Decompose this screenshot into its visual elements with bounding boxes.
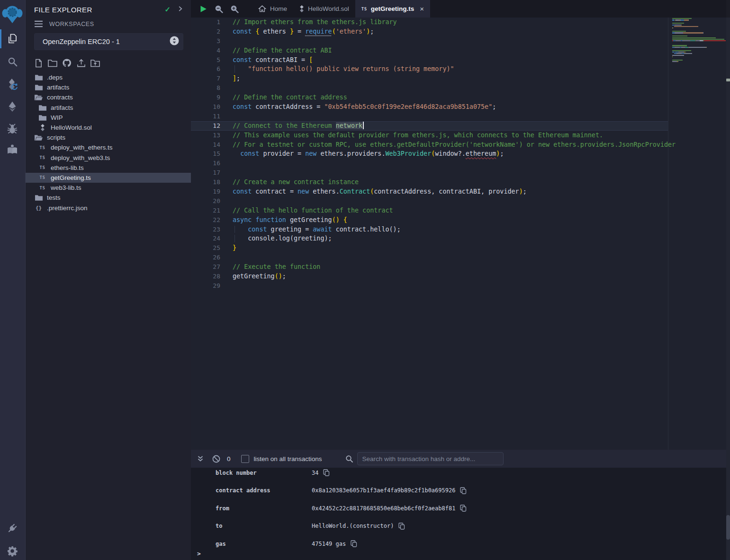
line-number: 25 bbox=[191, 243, 220, 253]
tab-label: HelloWorld.sol bbox=[308, 5, 349, 12]
run-script-button[interactable] bbox=[197, 3, 209, 15]
file-tree-item[interactable]: HelloWorld.sol bbox=[26, 123, 191, 133]
chevrons-down-icon[interactable] bbox=[195, 453, 206, 464]
activity-plugin-manager[interactable] bbox=[0, 519, 25, 538]
line-number: 1 bbox=[191, 18, 220, 27]
code-line: getGreeting(); bbox=[233, 272, 726, 281]
log-key: contract address bbox=[216, 487, 312, 494]
activity-solidity-compiler[interactable] bbox=[0, 75, 25, 94]
file-tree: .depsartifactscontractsartifactsWIPHello… bbox=[26, 72, 191, 213]
folder-open-icon bbox=[34, 134, 43, 141]
upload-folder-icon[interactable] bbox=[90, 58, 100, 68]
activity-deploy-and-run[interactable] bbox=[0, 97, 25, 116]
file-tree-item[interactable]: contracts bbox=[26, 92, 191, 102]
copy-icon[interactable] bbox=[323, 469, 330, 476]
line-number: 17 bbox=[191, 168, 220, 178]
terminal-search-input[interactable] bbox=[357, 452, 504, 465]
log-key: to bbox=[216, 523, 312, 529]
folder-closed-icon bbox=[34, 74, 43, 80]
file-tree-item-label: artifacts bbox=[47, 84, 69, 91]
code-line: // Execute the function bbox=[233, 262, 726, 272]
typescript-file-icon: TS bbox=[38, 165, 47, 170]
code-line bbox=[233, 36, 726, 46]
plugin-manager-icon bbox=[7, 523, 18, 534]
file-tree-item-label: WIP bbox=[51, 114, 63, 121]
code-line: const contractAddress = "0xb54febb5c0c0f… bbox=[233, 102, 726, 112]
activity-search[interactable] bbox=[0, 52, 25, 71]
file-tree-item[interactable]: tests bbox=[26, 193, 191, 203]
create-new-folder-icon[interactable] bbox=[48, 58, 57, 68]
workspaces-label: WORKSPACES bbox=[49, 21, 94, 27]
file-tree-item[interactable]: TSethers-lib.ts bbox=[26, 163, 191, 173]
folder-closed-icon bbox=[34, 195, 43, 201]
file-tree-item[interactable]: artifacts bbox=[26, 82, 191, 92]
file-explorer-icon bbox=[7, 33, 18, 44]
ban-icon[interactable] bbox=[211, 453, 221, 464]
folder-closed-icon bbox=[34, 84, 43, 90]
code-editor[interactable]: 1234567891011121314151617181920212223242… bbox=[191, 18, 726, 450]
file-tree-item[interactable]: .deps bbox=[26, 72, 191, 82]
line-number: 4 bbox=[191, 46, 220, 55]
minimap-line bbox=[672, 21, 726, 22]
check-icon[interactable]: ✓ bbox=[164, 5, 171, 14]
window-scrollbar[interactable] bbox=[726, 0, 730, 560]
code-line: // For a testnet or custom RPC, use ethe… bbox=[233, 140, 726, 150]
listen-transactions-checkbox[interactable] bbox=[241, 455, 249, 463]
workspace-select[interactable]: OpenZeppelin ERC20 - 1 bbox=[34, 33, 183, 50]
copy-icon[interactable] bbox=[460, 487, 467, 494]
file-tree-item[interactable]: scripts bbox=[26, 133, 191, 142]
code-line: // Define the contract ABI bbox=[233, 46, 726, 55]
tab-home[interactable]: Home bbox=[252, 0, 293, 18]
activity-file-explorer[interactable] bbox=[0, 29, 25, 48]
solidity-icon bbox=[38, 124, 47, 131]
upload-files-icon[interactable] bbox=[76, 58, 86, 68]
line-number: 23 bbox=[191, 225, 220, 234]
minimap-line bbox=[672, 19, 726, 20]
transaction-count: 0 bbox=[227, 455, 231, 462]
log-value: 475149 gas bbox=[312, 541, 346, 547]
ts-icon: TS bbox=[361, 7, 367, 11]
file-tree-item[interactable]: TSdeploy_with_web3.ts bbox=[26, 153, 191, 163]
file-tree-item[interactable]: TSdeploy_with_ethers.ts bbox=[26, 142, 191, 152]
create-new-file-icon[interactable] bbox=[34, 58, 43, 68]
activity-settings[interactable] bbox=[0, 542, 25, 560]
folder-closed-icon bbox=[38, 115, 47, 121]
close-tab-icon[interactable]: × bbox=[420, 5, 424, 13]
line-number: 13 bbox=[191, 131, 220, 140]
file-tree-item[interactable]: TSweb3-lib.ts bbox=[26, 183, 191, 193]
file-tree-item[interactable]: TSgetGreeting.ts bbox=[26, 173, 191, 183]
file-tree-item[interactable]: WIP bbox=[26, 113, 191, 123]
scrollbar-marker[interactable] bbox=[726, 79, 730, 81]
clone-from-github-icon[interactable] bbox=[62, 58, 72, 68]
home-icon bbox=[258, 5, 266, 12]
terminal-prompt[interactable]: > bbox=[197, 550, 201, 557]
hamburger-menu-icon[interactable] bbox=[34, 20, 43, 27]
activity-debugger[interactable] bbox=[0, 120, 25, 139]
copy-icon[interactable] bbox=[460, 505, 467, 512]
file-tree-item-label: contracts bbox=[47, 94, 73, 101]
minimap[interactable] bbox=[672, 18, 726, 64]
minimap-line bbox=[672, 23, 726, 24]
file-tree-item-label: scripts bbox=[47, 134, 65, 141]
code-line: const { ethers } = require('ethers'); bbox=[233, 27, 726, 36]
copy-icon[interactable] bbox=[398, 523, 405, 530]
zoom-out-button[interactable] bbox=[213, 3, 225, 15]
file-tree-item[interactable]: artifacts bbox=[26, 103, 191, 113]
scrollbar-thumb[interactable] bbox=[726, 515, 730, 540]
line-number: 6 bbox=[191, 64, 220, 74]
tab-getgreeting-ts[interactable]: TSgetGreeting.ts× bbox=[355, 0, 430, 18]
line-number: 16 bbox=[191, 159, 220, 168]
file-tree-item[interactable]: {}.prettierrc.json bbox=[26, 203, 191, 213]
tab-label: Home bbox=[270, 5, 287, 12]
zoom-in-button[interactable] bbox=[228, 3, 241, 15]
copy-icon[interactable] bbox=[351, 540, 357, 547]
line-number: 3 bbox=[191, 36, 220, 46]
tab-helloworld-sol[interactable]: HelloWorld.sol bbox=[293, 0, 355, 18]
code-line: } bbox=[233, 243, 726, 253]
line-number: 22 bbox=[191, 215, 220, 225]
activity-documentation[interactable] bbox=[0, 140, 25, 159]
minimap-line bbox=[672, 56, 726, 57]
workspace-name: OpenZeppelin ERC20 - 1 bbox=[43, 38, 170, 45]
chevron-right-icon[interactable] bbox=[177, 5, 183, 14]
solidity-icon bbox=[299, 5, 304, 12]
